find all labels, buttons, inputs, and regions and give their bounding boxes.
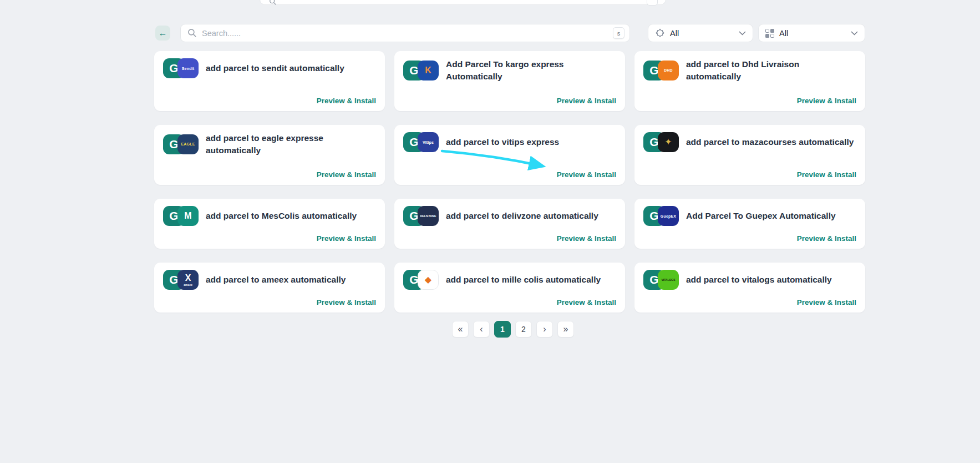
app-icon-pair: G✦ Xameex [163,270,199,290]
app-card-title: add parcel to vitips express [446,136,559,148]
app-card-title: add parcel to delivzone automatically [446,210,598,222]
app-icon-pair: G✦ VITALOGS [643,270,679,290]
partner-logo-icon: DHD [658,61,679,80]
category-filter-dropdown[interactable]: All [758,24,865,42]
partner-logo-icon: ◆ [418,270,439,290]
partner-logo-icon: VITALOGS [658,270,679,290]
partner-logo-icon: Vitips [418,132,439,152]
preview-install-link[interactable]: Preview & Install [797,170,856,179]
preview-install-link[interactable]: Preview & Install [797,234,856,243]
app-card: G✦ Sendit add parcel to sendit automatic… [154,51,385,111]
search-input[interactable] [202,29,608,38]
preview-install-link[interactable]: Preview & Install [557,298,616,306]
top-search-bar-partial[interactable] [260,0,666,5]
app-icon-pair: G✦ ✦ [643,132,679,152]
app-card-title: add parcel to mille colis automatically [446,274,601,286]
app-card: G✦ Xameex add parcel to ameex automatica… [154,263,385,313]
partner-logo-icon: GuepEX [658,206,679,226]
app-card-title: Add Parcel To kargo express Automaticall… [446,58,586,82]
grid-icon [765,29,774,38]
puzzle-icon [655,28,665,38]
pagination-last-button[interactable]: » [557,321,574,338]
preview-install-link[interactable]: Preview & Install [317,170,376,179]
pagination: « ‹ 1 2 › » [452,321,574,338]
partner-logo-icon: Xameex [177,270,199,290]
app-card: G✦ DELIVZONE add parcel to delivzone aut… [394,199,625,249]
app-icon-pair: G✦ GuepEX [643,206,679,226]
app-filter-dropdown[interactable]: All [648,24,753,42]
preview-install-link[interactable]: Preview & Install [797,97,856,105]
chevron-down-icon [739,31,746,36]
pagination-first-button[interactable]: « [452,321,469,338]
chevron-down-icon [851,31,858,36]
app-icon-pair: G✦ K [403,61,439,80]
app-card-title: add parcel to Dhd Livraison automaticall… [686,58,856,82]
arrow-left-icon: ← [159,28,167,38]
app-card-title: add parcel to eagle expresse automatical… [206,132,346,156]
partner-logo-icon: M [177,206,199,226]
app-card: G✦ K Add Parcel To kargo express Automat… [394,51,625,111]
app-icon-pair: G✦ EAGLE [163,134,199,154]
app-card: G✦ M add parcel to MesColis automaticall… [154,199,385,249]
search-icon [187,28,197,38]
search-bar[interactable]: s [180,24,630,42]
shortcut-badge [647,0,658,6]
category-filter-value: All [779,29,788,38]
preview-install-link[interactable]: Preview & Install [317,97,376,105]
app-card: G✦ DHD add parcel to Dhd Livraison autom… [634,51,865,111]
pagination-prev-button[interactable]: ‹ [473,321,490,338]
partner-logo-icon: EAGLE [177,134,199,154]
preview-install-link[interactable]: Preview & Install [557,234,616,243]
pagination-next-button[interactable]: › [536,321,553,338]
app-card: G✦ ✦ add parcel to mazacourses automatic… [634,125,865,185]
app-card-title: Add Parcel To Guepex Automatically [686,210,836,222]
app-icon-pair: G✦ Vitips [403,132,439,152]
shortcut-badge: s [613,27,624,39]
app-card-grid: G✦ Sendit add parcel to sendit automatic… [154,51,865,313]
app-card-title: add parcel to sendit automatically [206,62,344,74]
app-icon-pair: G✦ Sendit [163,58,199,78]
app-card: G✦ GuepEX Add Parcel To Guepex Automatic… [634,199,865,249]
app-icon-pair: G✦ M [163,206,199,226]
preview-install-link[interactable]: Preview & Install [557,97,616,105]
preview-install-link[interactable]: Preview & Install [557,170,616,179]
app-card-title: add parcel to mazacourses automatically [686,136,854,148]
app-icon-pair: G✦ ◆ [403,270,439,290]
partner-logo-icon: DELIVZONE [418,206,439,226]
back-button[interactable]: ← [155,26,170,41]
app-card: G✦ VITALOGS add parcel to vitalogs autom… [634,263,865,313]
partner-logo-icon: ✦ [658,132,679,152]
preview-install-link[interactable]: Preview & Install [797,298,856,306]
pagination-page-2-button[interactable]: 2 [515,321,532,338]
app-card: G✦ ◆ add parcel to mille colis automatic… [394,263,625,313]
app-icon-pair: G✦ DHD [643,61,679,80]
app-filter-value: All [670,29,679,38]
partner-logo-icon: K [418,61,439,80]
app-card-title: add parcel to ameex automatically [206,274,346,286]
app-card: G✦ EAGLE add parcel to eagle expresse au… [154,125,385,185]
app-card-title: add parcel to MesColis automatically [206,210,357,222]
app-card-title: add parcel to vitalogs automatically [686,274,832,286]
pagination-page-1-button[interactable]: 1 [494,321,511,338]
app-icon-pair: G✦ DELIVZONE [403,206,439,226]
preview-install-link[interactable]: Preview & Install [317,234,376,243]
partner-logo-icon: Sendit [177,58,199,78]
preview-install-link[interactable]: Preview & Install [317,298,376,306]
app-card: G✦ Vitips add parcel to vitips express P… [394,125,625,185]
search-icon [269,0,277,6]
